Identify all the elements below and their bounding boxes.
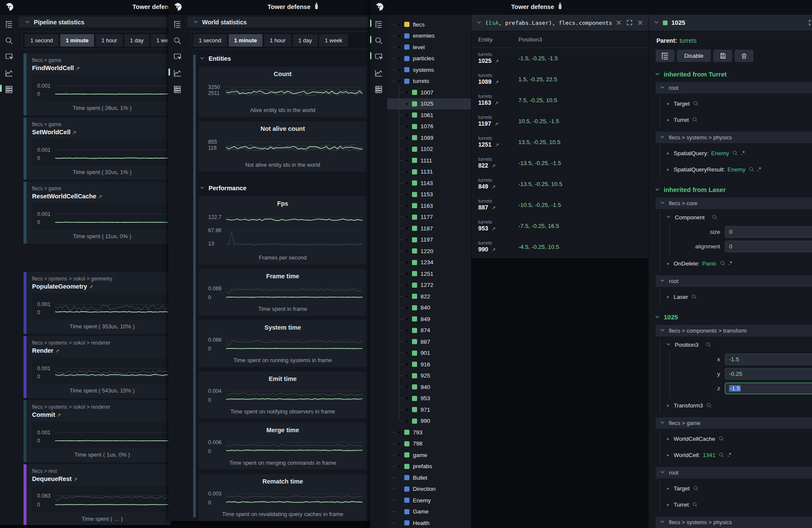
tree-icon[interactable] (4, 20, 14, 29)
entity-id-link[interactable]: 887 ↗ (478, 204, 512, 212)
tree-item-798[interactable]: 798 (387, 438, 471, 450)
query-expression[interactable]: (IsA, prefabs.Laser), flecs.components (485, 20, 612, 26)
tree-item-1102[interactable]: 1102 (387, 144, 471, 155)
chevron-right-icon[interactable] (405, 248, 410, 254)
chevron-down-icon[interactable] (666, 342, 671, 348)
section-header-performance[interactable]: Performance (200, 184, 367, 192)
chevron-right-icon[interactable] (405, 271, 410, 276)
tree-button[interactable] (656, 50, 674, 62)
entity-id-link[interactable]: 953 ↗ (478, 225, 512, 233)
chevron-right-icon[interactable] (397, 22, 403, 27)
chevron-right-icon[interactable] (405, 396, 410, 401)
chevron-down-icon[interactable] (660, 200, 665, 206)
system-name-link[interactable]: Render↗ (32, 347, 171, 354)
pair-wildcard-icon[interactable]: .* (741, 150, 744, 156)
chevron-down-icon[interactable] (660, 519, 665, 525)
scope-header-flecs-systems-physics[interactable]: flecs > systems > physics (656, 516, 812, 528)
search-icon[interactable] (706, 402, 712, 408)
section-header-entities[interactable]: Entities (200, 55, 367, 62)
query-result-row[interactable]: turrets 1089 ↗ 1.5, -0.25, 22.5 (471, 69, 648, 90)
parent-link[interactable]: turrets (680, 37, 697, 44)
entity-id-link[interactable]: 1089 ↗ (478, 78, 512, 86)
chevron-right-icon[interactable] (405, 158, 410, 163)
tree-item-game[interactable]: game (387, 449, 471, 461)
query-result-row[interactable]: turrets 1163 ↗ 7.5, -0.25, 10.5 (471, 90, 648, 111)
tree-item-971[interactable]: 971 (387, 404, 471, 416)
search-icon[interactable] (718, 436, 724, 442)
component-item-OnDelete[interactable]: • OnDelete: Panic .* (660, 255, 812, 271)
tab-1-minute[interactable]: 1 minute (60, 34, 94, 47)
chevron-down-icon[interactable] (660, 134, 665, 141)
tree-item-systems[interactable]: systems (387, 64, 471, 76)
tree-item-1111[interactable]: 1111 (387, 155, 471, 166)
window-header[interactable]: Tower defense (370, 0, 812, 15)
chevron-right-icon[interactable] (405, 169, 410, 174)
search-icon[interactable] (720, 260, 726, 266)
entity-cell[interactable]: turrets 1163 ↗ (471, 94, 512, 107)
chevron-down-icon[interactable] (25, 18, 30, 26)
chevron-right-icon[interactable] (405, 203, 410, 208)
inspector-section-inherited-from-Laser[interactable]: inherited from Laser (655, 186, 812, 193)
chevron-down-icon[interactable] (655, 71, 660, 78)
fullscreen-icon[interactable] (626, 19, 633, 27)
search-icon[interactable] (718, 452, 724, 458)
component-item-Transform3[interactable]: • Transform3 (660, 397, 812, 413)
component-item-Laser[interactable]: • Laser (660, 289, 812, 305)
component-value-link[interactable]: Enemy (711, 150, 729, 156)
tree-item-990[interactable]: 990 (387, 416, 471, 427)
search-icon[interactable] (4, 36, 14, 45)
tree-item-1153[interactable]: 1153 (387, 189, 471, 201)
tree-item-1251[interactable]: 1251 (387, 268, 471, 280)
tab-1-minute[interactable]: 1 minute (229, 34, 262, 47)
chevron-right-icon[interactable] (405, 124, 410, 129)
tree-item-1163[interactable]: 1163 (387, 200, 471, 212)
tree-item-Game[interactable]: Game (387, 506, 471, 518)
entity-id-link[interactable]: 822 ↗ (478, 162, 512, 170)
pair-wildcard-icon[interactable]: .* (727, 452, 731, 458)
search-icon[interactable] (693, 485, 699, 491)
tree-item-1061[interactable]: 1061 (387, 109, 471, 121)
tree-item-925[interactable]: 925 (387, 370, 471, 382)
tree-icon[interactable] (173, 20, 182, 29)
query-result-row[interactable]: turrets 822 ↗ -13.5, -0.25, -1.5 (471, 153, 648, 174)
tab-1-day[interactable]: 1 day (293, 34, 318, 47)
tab-1-hour[interactable]: 1 hour (96, 34, 123, 47)
entity-id-link[interactable]: 1163 ↗ (478, 99, 512, 107)
component-value-link[interactable]: 1341 (703, 452, 715, 458)
inspector-section-1025[interactable]: 1025 (655, 313, 812, 321)
chevron-down-icon[interactable] (477, 19, 482, 27)
chevron-right-icon[interactable] (405, 407, 410, 412)
tree-item-1007[interactable]: 1007 (387, 87, 471, 98)
tree-item-flecs[interactable]: flecs (387, 19, 471, 30)
tab-1-hour[interactable]: 1 hour (264, 34, 291, 47)
chevron-down-icon[interactable] (660, 420, 665, 426)
chevron-right-icon[interactable] (405, 135, 410, 140)
pair-wildcard-icon[interactable]: .* (757, 166, 761, 172)
disable-button[interactable]: Disable (677, 50, 711, 62)
chevron-right-icon[interactable] (405, 384, 410, 389)
tree-item-turrets[interactable]: turrets (387, 76, 471, 87)
chevron-right-icon[interactable] (405, 112, 410, 118)
chevron-down-icon[interactable] (655, 186, 660, 193)
entity-cell[interactable]: turrets 822 ↗ (471, 156, 512, 170)
tree-item-1131[interactable]: 1131 (387, 166, 471, 178)
fullscreen-icon[interactable] (808, 19, 812, 27)
component-header-Position3[interactable]: Position3 (660, 338, 812, 351)
component-item-Target[interactable]: • Target (660, 95, 812, 112)
chevron-down-icon[interactable] (666, 214, 671, 221)
chevron-right-icon[interactable] (405, 328, 410, 333)
tree-item-Health[interactable]: Health (387, 517, 471, 528)
entity-id-link[interactable]: 1197 ↗ (478, 120, 512, 128)
component-item-SpatialQuery[interactable]: • SpatialQuery: Enemy .* (660, 145, 812, 161)
chevron-right-icon[interactable] (397, 44, 403, 50)
tree-item-enemies[interactable]: enemies (387, 30, 471, 42)
chevron-right-icon[interactable] (397, 67, 403, 72)
trash-button[interactable] (735, 50, 753, 62)
tree-item-1089[interactable]: 1089 (387, 132, 471, 144)
search-icon[interactable] (691, 294, 697, 300)
scope-header-flecs-systems-physics[interactable]: flecs > systems > physics (656, 132, 812, 143)
tree-item-1177[interactable]: 1177 (387, 212, 471, 223)
entity-cell[interactable]: turrets 1197 ↗ (471, 115, 512, 128)
chevron-right-icon[interactable] (405, 339, 410, 344)
chevron-right-icon[interactable] (405, 373, 410, 378)
